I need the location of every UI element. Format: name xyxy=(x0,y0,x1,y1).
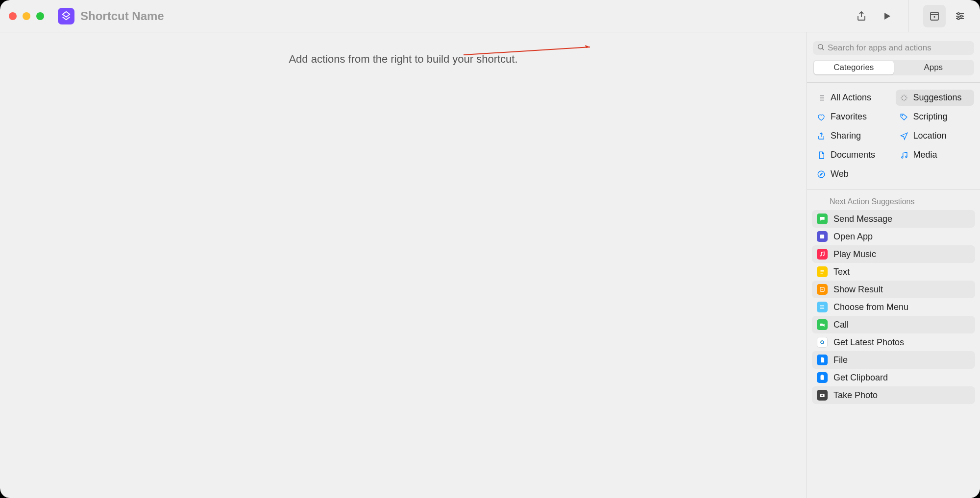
svg-point-21 xyxy=(821,395,823,397)
list-icon xyxy=(817,94,826,102)
svg-point-2 xyxy=(960,15,962,17)
safari-icon xyxy=(817,170,826,179)
suggestion-send-message[interactable]: Send Message xyxy=(812,210,975,228)
window-controls xyxy=(9,12,44,20)
suggestion-label: Send Message xyxy=(833,214,892,224)
svg-point-17 xyxy=(820,340,824,344)
suggestion-text[interactable]: Text xyxy=(812,263,975,281)
suggestions-list: Send MessageOpen AppPlay MusicTextShow R… xyxy=(807,210,980,404)
suggestion-call[interactable]: Call xyxy=(812,316,975,333)
location-icon xyxy=(900,132,908,141)
svg-point-11 xyxy=(820,255,821,256)
category-label: All Actions xyxy=(831,93,871,103)
category-label: Scripting xyxy=(913,112,948,122)
action-search-input[interactable] xyxy=(828,43,970,53)
category-media[interactable]: Media xyxy=(896,147,975,163)
svg-point-7 xyxy=(901,157,903,158)
svg-rect-14 xyxy=(820,324,823,326)
svg-point-6 xyxy=(902,115,903,116)
suggestion-label: Show Result xyxy=(833,285,883,295)
tab-categories[interactable]: Categories xyxy=(814,61,894,74)
svg-point-3 xyxy=(957,18,959,20)
svg-rect-18 xyxy=(821,375,824,379)
category-favorites[interactable]: Favorites xyxy=(813,109,892,125)
category-web[interactable]: Web xyxy=(813,166,892,182)
svg-point-9 xyxy=(818,171,825,178)
suggestion-label: Get Latest Photos xyxy=(833,337,904,348)
category-label: Web xyxy=(831,169,849,179)
heart-icon xyxy=(817,113,826,121)
facetime-icon xyxy=(817,319,828,330)
category-label: Suggestions xyxy=(913,93,962,103)
result-icon xyxy=(817,284,828,295)
file-icon xyxy=(817,355,828,365)
document-icon xyxy=(817,151,826,160)
tag-icon xyxy=(900,113,908,121)
minimize-window-button[interactable] xyxy=(23,12,30,20)
category-label: Favorites xyxy=(831,112,867,122)
shortcuts-editor-window: Add actions from the right to build your… xyxy=(0,0,980,498)
editor-body: Add actions from the right to build your… xyxy=(0,32,980,498)
suggestion-latest-photos[interactable]: Get Latest Photos xyxy=(812,333,975,351)
tab-apps[interactable]: Apps xyxy=(894,61,974,74)
suggestion-label: Take Photo xyxy=(833,390,878,401)
category-scripting[interactable]: Scripting xyxy=(896,109,975,125)
svg-point-12 xyxy=(823,255,824,256)
svg-point-5 xyxy=(818,45,823,49)
suggestion-label: Open App xyxy=(833,232,873,242)
category-sharing[interactable]: Sharing xyxy=(813,128,892,144)
library-toggle-button[interactable] xyxy=(923,5,946,27)
suggestion-label: File xyxy=(833,355,848,365)
run-button[interactable] xyxy=(876,5,898,27)
action-library-sidebar: Categories Apps All ActionsSuggestionsFa… xyxy=(807,32,980,498)
category-label: Media xyxy=(913,150,937,160)
window-toolbar xyxy=(0,0,980,32)
text-icon xyxy=(817,266,828,277)
suggestion-label: Get Clipboard xyxy=(833,373,888,383)
photos-icon xyxy=(817,337,828,348)
suggestion-label: Text xyxy=(833,267,850,277)
svg-point-1 xyxy=(957,13,959,15)
category-suggestions[interactable]: Suggestions xyxy=(896,90,975,106)
share-button[interactable] xyxy=(850,5,873,27)
suggestion-open-app[interactable]: Open App xyxy=(812,228,975,245)
svg-rect-19 xyxy=(821,375,823,376)
svg-point-8 xyxy=(906,156,907,157)
category-location[interactable]: Location xyxy=(896,128,975,144)
category-label: Documents xyxy=(831,150,875,160)
action-search-field[interactable] xyxy=(813,41,974,55)
suggestion-label: Play Music xyxy=(833,249,876,260)
category-label: Sharing xyxy=(831,131,861,141)
share-icon xyxy=(817,132,826,141)
close-window-button[interactable] xyxy=(9,12,17,20)
suggestion-get-clipboard[interactable]: Get Clipboard xyxy=(812,369,975,386)
suggestion-label: Choose from Menu xyxy=(833,302,908,312)
suggestion-label: Call xyxy=(833,320,849,330)
suggestion-choose-menu[interactable]: Choose from Menu xyxy=(812,298,975,316)
sparkle-icon xyxy=(900,94,908,102)
suggestion-take-photo[interactable]: Take Photo xyxy=(812,386,975,404)
suggestion-file[interactable]: File xyxy=(812,351,975,369)
clipboard-icon xyxy=(817,372,828,383)
shortcut-title-input[interactable] xyxy=(80,9,276,23)
music-app-icon xyxy=(817,249,828,260)
suggestions-header: Next Action Suggestions xyxy=(807,190,980,210)
search-icon xyxy=(817,43,828,53)
music-icon xyxy=(900,151,908,160)
settings-button[interactable] xyxy=(949,5,971,27)
shortcuts-app-icon xyxy=(58,8,74,24)
library-mode-segmented: Categories Apps xyxy=(813,60,974,75)
action-canvas[interactable]: Add actions from the right to build your… xyxy=(0,32,807,498)
canvas-empty-text: Add actions from the right to build your… xyxy=(289,53,517,498)
suggestion-play-music[interactable]: Play Music xyxy=(812,245,975,263)
open-app-icon xyxy=(817,231,828,242)
suggestion-show-result[interactable]: Show Result xyxy=(812,281,975,298)
category-grid: All ActionsSuggestionsFavoritesScripting… xyxy=(807,83,980,190)
menu-icon xyxy=(817,302,828,312)
message-icon xyxy=(817,213,828,224)
category-label: Location xyxy=(913,131,947,141)
category-all-actions[interactable]: All Actions xyxy=(813,90,892,106)
category-documents[interactable]: Documents xyxy=(813,147,892,163)
camera-icon xyxy=(817,390,828,401)
maximize-window-button[interactable] xyxy=(36,12,44,20)
